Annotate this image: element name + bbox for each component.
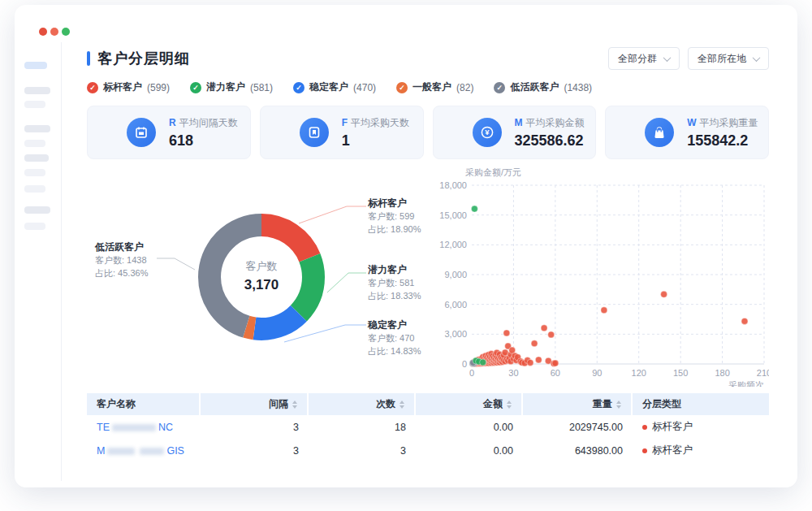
pie-label-benchmark: 标杆客户 客户数: 599 占比: 18.90% [368,197,441,236]
times-cell: 3 [309,439,416,462]
svg-text:采购金额/万元: 采购金额/万元 [465,167,521,177]
svg-text:18,000: 18,000 [439,180,467,190]
sidebar-item[interactable] [24,206,50,214]
weight-cell: 2029745.00 [523,415,633,439]
legend-label: 稳定客户 [309,80,348,94]
pie-label-stable: 稳定客户 客户数: 470 占比: 14.83% [368,318,441,357]
sidebar-item[interactable] [24,223,45,230]
col-header-weight[interactable]: 重量 [523,393,633,415]
legend-count: (470) [353,82,376,93]
kpi-label: M平均采购金额 [515,116,585,130]
check-circle-icon: ✓ [190,82,201,93]
minimize-window-icon[interactable] [50,28,58,36]
main-panel: 客户分层明细 全部分群 全部所在地 ✓ 标杆客户 [71,37,784,462]
kpi-value: 1 [342,132,409,149]
scatter-chart[interactable]: 03,0006,0009,00012,00015,00018,000030609… [434,166,769,387]
customer-name-link[interactable]: TENC [97,422,173,433]
kpi-card-frequency: F平均采购天数 1 [260,106,424,159]
sidebar-item[interactable] [24,169,45,176]
svg-text:采购频次: 采购频次 [728,380,764,387]
weight-cell: 643980.00 [523,439,633,462]
legend-count: (1438) [564,82,592,93]
chevron-down-icon [663,54,672,62]
legend-item-general[interactable]: ✓ 一般客户 (82) [396,80,473,94]
svg-text:12,000: 12,000 [439,240,467,249]
legend-count: (599) [147,82,170,93]
app-window: 客户分层明细 全部分群 全部所在地 ✓ 标杆客户 [15,5,797,487]
customer-name-link[interactable]: MGIS [97,445,184,457]
amount-cell: 0.00 [416,439,523,462]
type-dot-icon [642,425,647,430]
check-circle-icon: ✓ [494,82,505,93]
location-filter-label: 全部所在地 [698,52,746,66]
legend-item-benchmark[interactable]: ✓ 标杆客户 (599) [87,80,170,94]
sidebar-item[interactable] [24,125,50,132]
svg-text:3,000: 3,000 [444,329,467,339]
col-header-interval[interactable]: 间隔 [201,393,309,415]
table-header-row: 客户名称 间隔 次数 金额 重量 分层类型 [87,393,769,415]
kpi-value: 325586.62 [515,132,585,149]
sort-icon[interactable] [507,401,512,409]
chevron-down-icon [753,54,761,62]
svg-text:90: 90 [592,368,602,378]
redacted-text [112,424,156,431]
kpi-value: 155842.2 [687,132,758,149]
redacted-text [107,448,135,455]
svg-text:60: 60 [551,368,560,378]
check-circle-icon: ✓ [293,82,304,93]
sidebar-item[interactable] [24,140,45,147]
sort-icon[interactable] [400,401,404,409]
kpi-cards: R平均间隔天数 618 F平均采购天数 1 ¥ [87,106,769,159]
window-controls [39,28,70,36]
check-circle-icon: ✓ [87,82,98,93]
sort-icon[interactable] [616,401,621,409]
close-window-icon[interactable] [39,28,47,36]
group-filter-label: 全部分群 [618,52,657,66]
kpi-card-weight: W平均采购重量 155842.2 [605,106,769,159]
donut-center-label: 客户数 3,170 [213,259,310,293]
sidebar-item[interactable] [24,185,45,193]
svg-text:¥: ¥ [485,128,490,136]
sidebar-divider [61,42,62,481]
table-row: MGIS 3 3 0.00 643980.00 标杆客户 [87,439,769,462]
times-cell: 18 [309,415,416,439]
col-header-type: 分层类型 [633,393,769,415]
legend-count: (82) [456,82,473,93]
sidebar-skeleton [24,58,62,230]
col-header-amount[interactable]: 金额 [416,393,523,415]
type-dot-icon [642,448,647,453]
legend-item-stable[interactable]: ✓ 稳定客户 (470) [293,80,376,94]
group-filter-dropdown[interactable]: 全部分群 [608,47,680,70]
title-accent-bar [87,51,90,66]
col-header-times[interactable]: 次数 [309,393,416,415]
legend-label: 低活跃客户 [510,80,559,94]
legend-item-inactive[interactable]: ✓ 低活跃客户 (1438) [494,80,592,94]
page-title: 客户分层明细 [97,49,190,68]
scatter-plot[interactable]: 03,0006,0009,00012,00015,00018,000030609… [434,166,769,387]
donut-chart[interactable]: 客户数 3,170 标杆客户 客户数: 599 占比: 18.90% 潜力客户 … [87,166,434,387]
kpi-value: 618 [169,132,238,149]
type-cell: 标杆客户 [633,415,769,439]
svg-text:120: 120 [632,368,646,378]
calendar-icon [127,118,156,147]
yuan-icon: ¥ [473,118,502,147]
pie-label-potential: 潜力客户 客户数: 581 占比: 18.33% [368,263,441,302]
svg-text:6,000: 6,000 [444,300,467,310]
sort-icon[interactable] [292,401,297,409]
sidebar-item[interactable] [24,101,45,108]
legend-count: (581) [250,82,273,93]
sidebar-item[interactable] [24,154,49,162]
interval-cell: 3 [201,439,309,462]
sidebar-item-active[interactable] [24,62,47,69]
kpi-card-monetary: ¥ M平均采购金额 325586.62 [433,106,597,159]
maximize-window-icon[interactable] [62,28,70,36]
interval-cell: 3 [201,415,309,439]
kpi-label: W平均采购重量 [687,116,758,130]
redacted-text [140,448,164,455]
svg-text:210: 210 [757,368,769,378]
location-filter-dropdown[interactable]: 全部所在地 [688,47,769,70]
svg-text:9,000: 9,000 [444,270,467,279]
sidebar-item[interactable] [24,87,50,94]
bookmark-icon [300,118,329,147]
legend-item-potential[interactable]: ✓ 潜力客户 (581) [190,80,273,94]
